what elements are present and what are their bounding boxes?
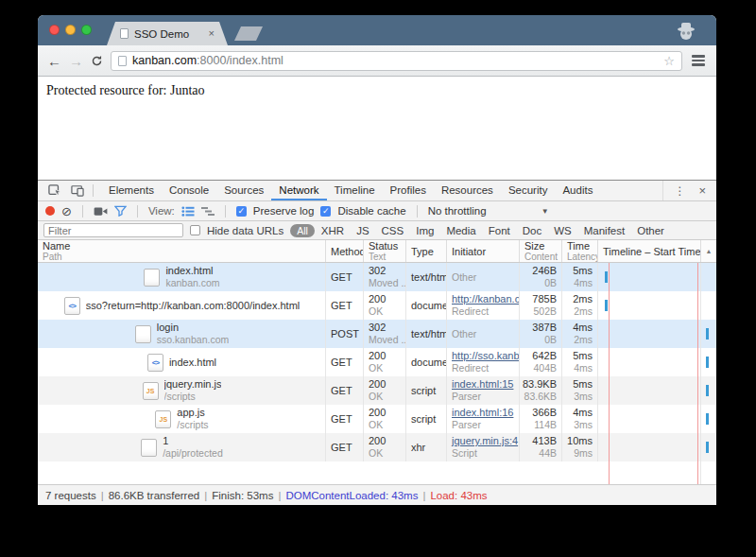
status-code: 200 xyxy=(369,293,401,305)
devtools-close-icon[interactable]: × xyxy=(692,183,713,198)
devtools-tab-network[interactable]: Network xyxy=(271,181,326,200)
request-initiator[interactable]: jquery.min.js:4 xyxy=(452,435,514,447)
filter-type-js[interactable]: JS xyxy=(356,225,369,236)
devtools-tab-sources[interactable]: Sources xyxy=(216,181,271,200)
preserve-log-checkbox[interactable]: ✓ xyxy=(236,206,247,217)
table-row[interactable]: <>index.htmlGET200OKdocume...http://sso.… xyxy=(38,348,716,376)
size-value: 642B xyxy=(532,350,557,362)
filter-funnel-icon[interactable] xyxy=(114,205,127,217)
disable-cache-checkbox[interactable]: ✓ xyxy=(320,206,331,217)
timeline-cell xyxy=(598,376,701,405)
column-header-status[interactable]: StatusText xyxy=(364,240,406,262)
column-header-type[interactable]: Type xyxy=(406,240,447,262)
request-initiator[interactable]: http://sso.kanban... xyxy=(452,350,514,362)
filter-type-other[interactable]: Other xyxy=(637,225,664,236)
chrome-menu-icon[interactable] xyxy=(690,53,707,68)
zoom-window-button[interactable] xyxy=(81,25,92,35)
disable-cache-label[interactable]: Disable cache xyxy=(337,205,405,217)
table-row[interactable]: JSapp.js/scriptsGET200OKscriptindex.html… xyxy=(38,405,716,433)
status-code: 200 xyxy=(369,407,401,419)
view-list-icon[interactable] xyxy=(181,206,195,217)
size-value: 413B xyxy=(532,435,557,447)
devtools-tab-console[interactable]: Console xyxy=(162,181,216,200)
request-initiator[interactable]: index.html:15 xyxy=(452,378,514,391)
request-path: /scripts xyxy=(164,391,222,403)
url-path: :8000/index.html xyxy=(197,54,284,67)
devtools-tab-security[interactable]: Security xyxy=(501,181,556,200)
column-header-size[interactable]: SizeContent xyxy=(520,240,562,262)
status-separator: | xyxy=(204,490,207,501)
status-text: OK xyxy=(369,362,401,374)
devtools-tab-profiles[interactable]: Profiles xyxy=(383,181,434,200)
doc-file-icon xyxy=(144,269,160,287)
column-header-timeline-start-time[interactable]: Timeline – Start Time xyxy=(598,240,701,262)
back-icon[interactable]: ← xyxy=(47,54,61,68)
devtools-tab-resources[interactable]: Resources xyxy=(434,181,501,200)
filter-type-ws[interactable]: WS xyxy=(554,225,572,236)
address-bar[interactable]: kanban.com:8000/index.html ☆ xyxy=(111,51,682,71)
chevron-down-icon: ▼ xyxy=(541,207,549,216)
grid-body: index.htmlkanban.comGET302Moved ...text/… xyxy=(38,263,716,484)
table-row[interactable]: <>sso?return=http://kanban.com:8000/inde… xyxy=(38,291,716,320)
bookmark-star-icon[interactable]: ☆ xyxy=(663,54,675,68)
column-header-name[interactable]: NamePath xyxy=(38,240,326,262)
new-tab-button[interactable] xyxy=(234,26,263,41)
table-row[interactable]: loginsso.kanban.comPOST302Moved ...text/… xyxy=(38,320,716,348)
request-initiator[interactable]: index.html:16 xyxy=(452,407,514,419)
devtools-tab-timeline[interactable]: Timeline xyxy=(327,181,383,200)
request-name: app.js xyxy=(177,407,208,419)
request-name: index.html xyxy=(169,357,216,369)
filter-type-manifest[interactable]: Manifest xyxy=(584,225,625,236)
hide-data-urls-label[interactable]: Hide data URLs xyxy=(207,225,284,236)
status-separator: | xyxy=(422,490,425,501)
forward-icon[interactable]: → xyxy=(69,54,83,68)
table-row[interactable]: JSjquery.min.js/scriptsGET200OKscriptind… xyxy=(38,376,716,405)
filter-all-pill[interactable]: All xyxy=(290,224,315,237)
throttling-select[interactable]: No throttling ▼ xyxy=(428,205,549,217)
table-row[interactable]: 1/api/protectedGET200OKxhrjquery.min.js:… xyxy=(38,433,716,461)
close-window-button[interactable] xyxy=(49,25,60,35)
grid-header: NamePathMethodStatusTextTypeInitiatorSiz… xyxy=(38,240,716,263)
size-value: 83.9KB xyxy=(523,378,557,391)
content-value: 0B xyxy=(544,277,557,289)
size-value: 366B xyxy=(532,407,557,419)
filter-type-media[interactable]: Media xyxy=(446,225,475,236)
screenshot-capture-icon[interactable] xyxy=(94,206,108,217)
column-header-time[interactable]: TimeLatency xyxy=(562,240,598,262)
device-toolbar-icon[interactable] xyxy=(66,181,89,200)
inspect-element-icon[interactable] xyxy=(43,181,66,200)
clear-icon[interactable]: ⊘ xyxy=(61,205,72,218)
devtools-tab-elements[interactable]: Elements xyxy=(101,181,162,200)
request-initiator[interactable]: http://kanban.co... xyxy=(452,293,514,305)
filter-type-xhr[interactable]: XHR xyxy=(321,225,344,236)
preserve-log-label[interactable]: Preserve log xyxy=(253,205,315,217)
filter-type-doc[interactable]: Doc xyxy=(523,225,541,236)
sort-indicator[interactable]: ▲ xyxy=(701,240,716,262)
browser-window: SSO Demo × ← → xyxy=(38,15,716,504)
request-initiator: Other xyxy=(452,271,514,284)
minimize-window-button[interactable] xyxy=(65,25,76,35)
table-row[interactable]: index.htmlkanban.comGET302Moved ...text/… xyxy=(38,263,716,291)
column-header-method[interactable]: Method xyxy=(326,240,364,262)
filter-type-css[interactable]: CSS xyxy=(382,225,404,236)
devtools-menu-icon[interactable]: ⋮ xyxy=(667,184,692,198)
status-text: OK xyxy=(369,419,401,431)
column-header-initiator[interactable]: Initiator xyxy=(447,240,520,262)
view-waterfall-icon[interactable] xyxy=(201,206,215,217)
filter-input[interactable] xyxy=(43,223,183,237)
status-code: 302 xyxy=(369,322,401,334)
filter-type-img[interactable]: Img xyxy=(416,225,434,236)
devtools-tab-audits[interactable]: Audits xyxy=(555,181,600,200)
filter-type-font[interactable]: Font xyxy=(489,225,510,236)
reload-icon[interactable] xyxy=(91,55,103,67)
time-value: 5ms xyxy=(573,378,593,391)
status-text: Moved ... xyxy=(369,277,401,289)
divider xyxy=(225,205,226,218)
record-button[interactable] xyxy=(45,206,55,216)
doc-file-icon xyxy=(135,325,151,343)
browser-tab[interactable]: SSO Demo × xyxy=(107,22,228,45)
code-file-icon: <> xyxy=(64,297,80,315)
status-segment-finish: Finish: 53ms xyxy=(212,490,273,501)
tab-close-icon[interactable]: × xyxy=(209,28,215,39)
hide-data-urls-checkbox[interactable] xyxy=(190,225,200,235)
